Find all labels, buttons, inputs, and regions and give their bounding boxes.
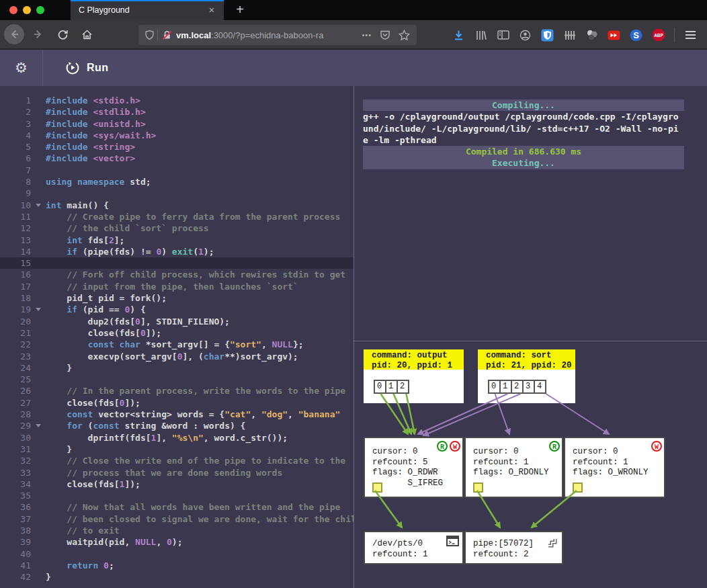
code-line: 18 pid_t pid = fork(); bbox=[0, 292, 354, 304]
adblock-plus-icon[interactable]: ABP bbox=[650, 26, 667, 44]
fence-icon[interactable] bbox=[561, 26, 578, 44]
sidebar-toggle-icon[interactable] bbox=[495, 26, 511, 44]
code-line: 41 return 0; bbox=[0, 560, 354, 571]
fold-column bbox=[31, 351, 46, 362]
code-text: pid_t pid = fork(); bbox=[46, 292, 167, 304]
tracking-protection-shield-icon[interactable] bbox=[144, 30, 155, 40]
extension-spheres-icon[interactable] bbox=[583, 26, 600, 44]
url-bar[interactable]: vm.local:3000/?p=echidna-baboon-ra ••• bbox=[138, 25, 417, 45]
code-text: if (pid == 0) { bbox=[46, 304, 146, 315]
menu-hamburger-icon[interactable] bbox=[682, 26, 699, 44]
reload-button[interactable] bbox=[52, 24, 73, 44]
terminal-output: Compiling...g++ -o /cplayground/output /… bbox=[363, 99, 707, 169]
token-str: "sort" bbox=[230, 339, 261, 349]
fold-column bbox=[31, 269, 46, 280]
line-number: 6 bbox=[0, 153, 31, 164]
fold-caret-icon[interactable] bbox=[36, 308, 41, 311]
run-button[interactable]: Run bbox=[65, 60, 108, 76]
line-number: 16 bbox=[0, 269, 31, 280]
token-pl: } bbox=[46, 572, 51, 582]
code-line: 30 dprintf(fds[1], "%s\n", word.c_str())… bbox=[0, 432, 354, 444]
code-text: // Close the write end of the pipe to in… bbox=[46, 455, 345, 466]
token-pl: ( bbox=[193, 247, 198, 257]
bookmark-star-icon[interactable] bbox=[399, 30, 410, 41]
downloads-icon[interactable] bbox=[450, 26, 467, 44]
library-icon[interactable] bbox=[472, 26, 489, 44]
account-icon[interactable] bbox=[517, 26, 534, 44]
stylus-icon[interactable]: S bbox=[628, 26, 644, 44]
home-button[interactable] bbox=[76, 24, 97, 44]
line-number: 31 bbox=[0, 444, 31, 455]
fold-column bbox=[31, 455, 46, 466]
code-line: 11 // Create pipe to ferry data from the… bbox=[0, 211, 354, 222]
token-pl: , word.c_str()); bbox=[204, 433, 288, 443]
tab-c-playground[interactable]: C Playground × bbox=[71, 0, 224, 20]
read-badge: R bbox=[549, 441, 560, 452]
token-kw: char bbox=[120, 339, 140, 349]
forward-button[interactable] bbox=[28, 24, 49, 44]
fold-column bbox=[31, 327, 46, 339]
token-cm: // input from the pipe, then launches `s… bbox=[67, 282, 298, 292]
code-line: 9 bbox=[0, 187, 354, 199]
line-number: 4 bbox=[0, 130, 31, 141]
token-inc: <unistd.h> bbox=[93, 119, 145, 129]
tab-close-icon[interactable]: × bbox=[205, 3, 218, 17]
window-close-button[interactable] bbox=[9, 6, 17, 14]
token-num: 0 bbox=[103, 560, 109, 571]
line-number: 30 bbox=[0, 432, 31, 444]
pocket-icon[interactable] bbox=[380, 30, 390, 40]
window-minimize-button[interactable] bbox=[23, 6, 31, 14]
code-text: int main() { bbox=[46, 200, 109, 211]
code-line: 15 bbox=[0, 257, 354, 269]
fold-column bbox=[31, 130, 46, 141]
code-editor[interactable]: 1#include <stdio.h>2#include <stdlib.h>3… bbox=[0, 86, 354, 588]
page-actions-icon[interactable]: ••• bbox=[362, 31, 372, 39]
token-kw: #include bbox=[46, 142, 88, 152]
token-kw: const bbox=[67, 409, 93, 419]
token-pl: main() { bbox=[61, 200, 108, 210]
token-num: NULL bbox=[272, 339, 293, 349]
token-kw: #include bbox=[46, 153, 88, 163]
token-num: NULL bbox=[135, 537, 156, 547]
fold-column bbox=[31, 292, 46, 304]
fold-column bbox=[31, 432, 46, 444]
line-number: 17 bbox=[0, 281, 31, 292]
bitwarden-icon[interactable] bbox=[539, 26, 556, 44]
line-number: 5 bbox=[0, 141, 31, 153]
line-number: 42 bbox=[0, 571, 31, 583]
vnode-link-square bbox=[473, 482, 483, 493]
fold-caret-icon[interactable] bbox=[36, 424, 41, 427]
tab-title: C Playground bbox=[79, 5, 130, 15]
token-kw: using bbox=[46, 177, 72, 187]
fast-forward-extension-icon[interactable] bbox=[606, 26, 622, 44]
fold-column bbox=[31, 420, 46, 431]
fold-caret-icon[interactable] bbox=[36, 204, 41, 207]
code-text: const char *sort_argv[] = {"sort", NULL}… bbox=[46, 339, 304, 350]
line-number: 12 bbox=[0, 222, 31, 234]
code-line: 17 // input from the pipe, then launches… bbox=[0, 281, 354, 292]
code-text: execvp(sort_argv[0], (char**)sort_argv); bbox=[46, 351, 298, 362]
line-number: 35 bbox=[0, 490, 31, 501]
fold-column bbox=[31, 222, 46, 234]
token-pl: ) bbox=[161, 247, 172, 257]
new-tab-button[interactable]: + bbox=[231, 1, 249, 19]
fold-column bbox=[31, 95, 46, 106]
line-number: 13 bbox=[0, 235, 31, 246]
token-pl: ); bbox=[204, 247, 214, 257]
terminal-panel[interactable]: Compiling...g++ -o /cplayground/output /… bbox=[354, 86, 707, 341]
insecure-lock-icon[interactable] bbox=[162, 30, 172, 40]
code-text: close(fds[1]); bbox=[46, 478, 140, 490]
line-number: 22 bbox=[0, 339, 31, 350]
code-line: 14 if (pipe(fds) != 0) exit(1); bbox=[0, 246, 354, 257]
abp-label: ABP bbox=[654, 33, 663, 38]
back-button[interactable] bbox=[3, 24, 25, 44]
code-text: #include <unistd.h> bbox=[46, 118, 146, 130]
line-number: 19 bbox=[0, 304, 31, 315]
token-pl: dup2(fds[ bbox=[46, 317, 135, 327]
code-text: #include <stdio.h> bbox=[46, 95, 140, 106]
token-str: "cat" bbox=[224, 409, 251, 419]
settings-button[interactable]: ⚙ bbox=[0, 50, 43, 86]
token-kw: int bbox=[67, 235, 82, 245]
window-zoom-button[interactable] bbox=[36, 6, 44, 14]
svg-text:S: S bbox=[633, 30, 639, 40]
